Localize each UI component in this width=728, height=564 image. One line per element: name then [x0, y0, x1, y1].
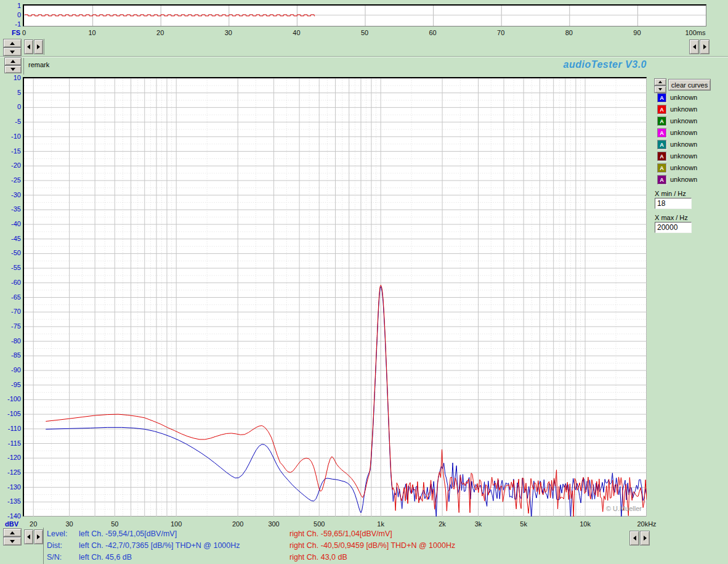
clear-curves-button[interactable]: clear curves	[668, 79, 711, 91]
curve-color-swatch-icon[interactable]: A	[657, 116, 666, 126]
down-arrow-icon	[10, 51, 15, 54]
scope-scroll-left-button[interactable]	[24, 39, 33, 54]
scope-x-tick-label: 40	[277, 29, 316, 36]
readout-level-left: left Ch. -59,54/1,05[dBV/mV]	[79, 529, 177, 538]
curve-color-swatch-icon[interactable]: A	[657, 140, 666, 149]
curve-color-swatch-icon[interactable]: A	[657, 163, 666, 173]
spectrum-y-tick-label: -105	[1, 410, 21, 417]
scope-pan-right-button[interactable]	[700, 39, 710, 54]
spectrum-scale-up-button[interactable]	[3, 528, 22, 537]
remark-down-button[interactable]	[4, 65, 22, 73]
scope-scale-down-button[interactable]	[3, 47, 22, 56]
right-arrow-icon	[37, 534, 40, 539]
spectrum-y-tick-label: -15	[1, 147, 21, 155]
remark-up-button[interactable]	[4, 57, 22, 65]
readout-sn-left: left Ch. 45,6 dB	[79, 553, 132, 562]
remark-label[interactable]: remark	[28, 61, 49, 68]
scope-x-tick-label: 0	[4, 29, 44, 36]
left-arrow-icon	[633, 536, 636, 541]
readout-row-dist-name: Dist:	[47, 541, 62, 550]
scope-canvas	[24, 6, 706, 26]
readout-sn-right: right Ch. 43,0 dB	[289, 553, 347, 562]
curve-select-down-button[interactable]	[654, 86, 666, 93]
curve-name-label: unknown	[670, 129, 697, 136]
legend-item: Aunknown	[654, 152, 727, 162]
scope-plot-area	[23, 4, 706, 27]
readout-row-level-name: Level:	[47, 529, 67, 538]
spectrum-x-tick-label: 200	[218, 520, 257, 528]
spectrum-x-tick-label: 100	[156, 520, 196, 528]
up-arrow-icon	[658, 81, 662, 83]
curve-color-swatch-icon[interactable]: A	[657, 152, 666, 161]
spectrum-scale-down-button[interactable]	[3, 537, 22, 546]
readout-dist-right: right Ch. -40,5/0,9459 [dB/%] THD+N @ 10…	[289, 541, 455, 550]
spectrum-y-tick-label: -75	[1, 322, 21, 330]
spectrum-scroll-left-button[interactable]	[24, 529, 33, 544]
spectrum-y-unit-label: dBV	[5, 520, 18, 528]
legend-item: Aunknown	[654, 175, 727, 186]
legend-item: Aunknown	[654, 105, 727, 115]
curve-color-swatch-icon[interactable]: A	[657, 93, 666, 102]
readout-separator	[43, 528, 44, 564]
up-arrow-icon	[10, 531, 15, 534]
spectrum-y-tick-label: -30	[1, 191, 21, 198]
spectrum-y-tick-label: -35	[1, 205, 21, 213]
scope-y-tick-label: 1	[1, 2, 21, 9]
spectrum-x-tick-label: 300	[254, 520, 294, 528]
spectrum-y-tick-label: 10	[1, 74, 21, 81]
spectrum-x-tick-label: 500	[299, 520, 339, 528]
scope-x-tick-label: 50	[345, 29, 384, 36]
spectrum-x-tick-label: 1k	[361, 520, 400, 528]
xmax-input[interactable]	[655, 222, 692, 233]
readout-dist-left: left Ch. -42,7/0,7365 [dB/%] THD+N @ 100…	[79, 541, 240, 550]
spectrum-y-tick-label: -135	[1, 497, 21, 505]
spectrum-scroll-right-button[interactable]	[34, 529, 43, 544]
readout-row-sn-name: S/N:	[47, 553, 62, 562]
spectrum-x-tick-label: 5k	[504, 520, 543, 528]
scope-x-tick-label: 90	[617, 29, 657, 36]
scope-x-tick-label: 100ms	[676, 29, 715, 36]
scope-x-tick-label: 20	[140, 29, 180, 36]
readout-level-right: right Ch. -59,65/1,04[dBV/mV]	[289, 529, 392, 538]
spectrum-x-tick-label: 10k	[565, 520, 605, 528]
watermark: © U.Mueller	[606, 505, 642, 512]
spectrum-canvas	[24, 78, 647, 517]
scope-x-tick-label: 70	[481, 29, 520, 36]
spectrum-y-tick-label: -90	[1, 366, 21, 374]
spectrum-pan-left-button[interactable]	[629, 531, 639, 546]
spectrum-y-tick-label: -95	[1, 381, 21, 388]
curve-name-label: unknown	[670, 141, 697, 148]
spectrum-x-tick-label: 30	[50, 520, 89, 528]
spectrum-y-tick-label: 0	[1, 103, 21, 110]
spectrum-x-tick-label: 2k	[423, 520, 462, 528]
right-arrow-icon	[644, 536, 647, 541]
app-title: audioTester V3.0	[560, 59, 647, 70]
spectrum-x-tick-label: 20	[14, 520, 53, 528]
spectrum-y-tick-label: -20	[1, 161, 21, 169]
spectrum-y-tick-label: -85	[1, 351, 21, 359]
spectrum-y-tick-label: -55	[1, 264, 21, 271]
down-arrow-icon	[10, 540, 15, 543]
curve-color-swatch-icon[interactable]: A	[657, 105, 666, 114]
scope-x-tick-label: 10	[73, 29, 112, 36]
legend-item: Aunknown	[654, 128, 727, 139]
spectrum-pan-right-button[interactable]	[640, 531, 650, 546]
curve-name-label: unknown	[670, 176, 697, 183]
spectrum-y-tick-label: -40	[1, 220, 21, 227]
curve-color-swatch-icon[interactable]: A	[657, 175, 666, 184]
audiotester-window: 10-1 FS 0102030405060708090100ms remark …	[0, 0, 728, 564]
curve-color-swatch-icon[interactable]: A	[657, 128, 666, 137]
scope-pan-left-button[interactable]	[689, 39, 699, 54]
scope-y-tick-label: -1	[1, 20, 21, 28]
spectrum-y-tick-label: -60	[1, 279, 21, 286]
left-arrow-icon	[693, 44, 696, 49]
scope-scroll-right-button[interactable]	[34, 39, 43, 54]
scope-scale-up-button[interactable]	[3, 39, 22, 47]
down-arrow-icon	[658, 88, 662, 91]
xmin-input[interactable]	[655, 198, 692, 209]
curve-select-up-button[interactable]	[654, 78, 666, 86]
curve-name-label: unknown	[670, 164, 697, 171]
spectrum-y-tick-label: -10	[1, 133, 21, 140]
spectrum-y-tick-label: -25	[1, 176, 21, 184]
scope-x-tick-label: 80	[549, 29, 589, 36]
